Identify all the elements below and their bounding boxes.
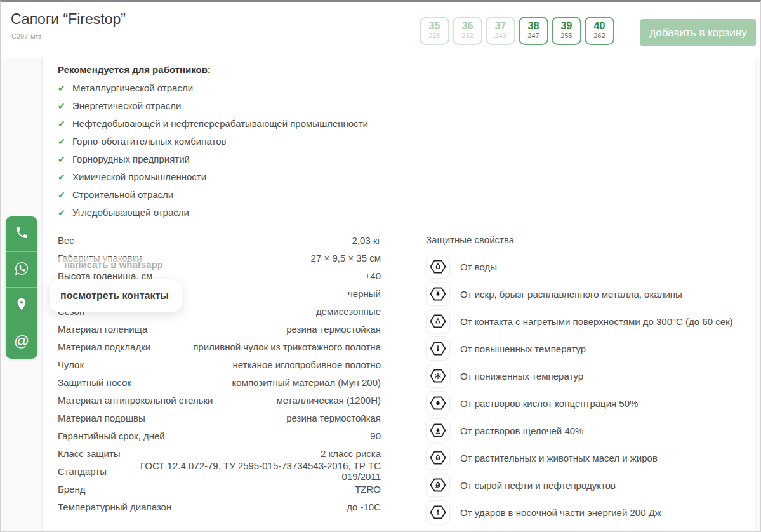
- recommendation-item: Нефтедобывающей и нефтеперерабатывающей …: [58, 115, 368, 133]
- recommendation-label: Горнорудных предприятий: [72, 154, 190, 164]
- check-icon: [58, 115, 72, 133]
- spec-label: Стандарты: [58, 466, 107, 477]
- protection-item: От растительных и животных масел и жиров: [426, 446, 759, 470]
- size-number: 35: [421, 20, 448, 32]
- check-icon: [58, 168, 72, 186]
- protection-label: От сырой нефти и нефтепродуктов: [460, 480, 616, 491]
- recommendation-label: Химической промышленности: [72, 171, 206, 182]
- check-icon: [58, 133, 72, 150]
- size-length-mm: 247: [520, 32, 547, 40]
- spec-row: Гарантийный срок, дней 90: [58, 427, 381, 444]
- protection-item: От пониженных температур: [426, 364, 759, 388]
- spec-row: Класс защиты 2 класс риска: [58, 444, 381, 462]
- spec-row: Вес 2,03 кг: [58, 231, 381, 249]
- protection-item: От сырой нефти и нефтепродуктов: [426, 473, 759, 497]
- spec-row: Температурный диапазон до -10C: [58, 498, 381, 515]
- size-option[interactable]: 38 247: [519, 17, 548, 45]
- location-pin-icon: [15, 296, 29, 314]
- recommendations-heading: Рекомендуется для работников:: [58, 62, 368, 78]
- size-option[interactable]: 35 225: [420, 17, 449, 45]
- spec-label: Вес: [58, 235, 74, 246]
- spec-row: Защитный носок композитный материал (Мун…: [58, 373, 381, 391]
- protection-item: От воды: [426, 255, 759, 279]
- alkali-hexagon-icon: [426, 418, 450, 442]
- spec-value: ±40: [365, 270, 381, 281]
- recommendation-label: Металлургической отрасли: [72, 83, 193, 93]
- spec-label: Защитный носок: [58, 377, 131, 388]
- protection-label: От повышенных температур: [460, 343, 586, 354]
- spec-value: TZRO: [355, 484, 381, 495]
- recommendation-label: Строительной отрасли: [72, 189, 173, 200]
- spec-label: Гарантийный срок, дней: [58, 430, 165, 441]
- protection-label: От пониженных температур: [460, 371, 583, 382]
- check-icon: [58, 150, 72, 168]
- protection-label: От воды: [460, 262, 497, 272]
- spec-label: Температурный диапазон: [58, 502, 171, 512]
- check-icon: [58, 186, 72, 204]
- impact-hexagon-icon: [426, 500, 450, 524]
- low-temp-hexagon-icon: [426, 364, 450, 388]
- spec-label: Чулок: [58, 359, 84, 370]
- size-selector: 35 225 36 232 37 240 38 247: [420, 17, 614, 45]
- sidebar-item-phone[interactable]: [6, 216, 37, 252]
- at-sign-icon: @: [14, 333, 29, 349]
- page-title: Сапоги “Firestop”: [11, 11, 126, 28]
- spec-label: Материал голенища: [58, 324, 147, 335]
- add-to-cart-button[interactable]: добавить в корзину: [640, 19, 756, 46]
- size-number: 38: [520, 20, 547, 32]
- protection-section: Защитные свойства От воды От искр, брызг…: [426, 231, 759, 528]
- sidebar-item-whatsapp[interactable]: [6, 252, 37, 288]
- contact-sidebar: @: [6, 216, 37, 359]
- size-length-mm: 232: [454, 32, 481, 40]
- size-length-mm: 255: [553, 32, 580, 40]
- protection-label: От растительных и животных масел и жиров: [460, 453, 658, 463]
- petroleum-hexagon-icon: [426, 473, 450, 497]
- protection-label: От искр, брызг расплавленного металла, о…: [460, 289, 682, 300]
- spec-row: Материал голенища резина термостойкая: [58, 320, 381, 338]
- water-hexagon-icon: [426, 255, 450, 279]
- check-icon: [58, 79, 72, 97]
- contacts-tooltip[interactable]: посмотреть контакты: [49, 279, 182, 312]
- spec-value: черный: [348, 288, 381, 299]
- recommendation-label: Нефтедобывающей и нефтеперерабатывающей …: [72, 118, 368, 129]
- spec-row: Материал подошвы резина термостойкая: [58, 409, 381, 427]
- spec-value: 2 класс риска: [321, 448, 381, 459]
- spec-row: Материал подкладки приливной чулок из тр…: [58, 338, 381, 356]
- whatsapp-tooltip: написать в whatsapp: [51, 257, 176, 272]
- hot-surface-hexagon-icon: [426, 309, 450, 333]
- size-option[interactable]: 36 232: [453, 17, 482, 45]
- product-header: Сапоги “Firestop” С397-мтз 35 225 36 232…: [1, 2, 760, 57]
- protection-heading: Защитные свойства: [426, 231, 759, 249]
- spec-label: Материал антипрокольной стельки: [58, 395, 213, 406]
- sidebar-item-contacts[interactable]: [6, 288, 37, 323]
- size-number: 39: [553, 20, 580, 32]
- whatsapp-icon: [13, 260, 30, 279]
- oils-hexagon-icon: [426, 446, 450, 470]
- size-option[interactable]: 39 255: [552, 17, 581, 45]
- size-number: 40: [586, 20, 613, 32]
- recommendation-item: Химической промышленности: [58, 168, 368, 186]
- spec-value: композитный материал (Мун 200): [232, 377, 381, 388]
- sidebar-item-email[interactable]: @: [6, 323, 37, 359]
- recommendation-label: Угледобывающей отрасли: [72, 207, 189, 218]
- recommendation-item: Угледобывающей отрасли: [58, 204, 368, 222]
- spec-row: Материал антипрокольной стельки металлич…: [58, 391, 381, 409]
- size-length-mm: 225: [421, 32, 448, 40]
- protection-label: От растворов щелочей 40%: [460, 425, 583, 436]
- molten-metal-hexagon-icon: [426, 282, 450, 306]
- protection-label: От контакта с нагретыми поверхностями до…: [460, 316, 733, 327]
- protection-item: От повышенных температур: [426, 336, 759, 361]
- protection-item: От искр, брызг расплавленного металла, о…: [426, 282, 759, 306]
- spec-value: приливной чулок из трикотажного полотна: [193, 342, 381, 352]
- size-option[interactable]: 37 240: [486, 17, 515, 45]
- acid-hexagon-icon: [426, 391, 450, 415]
- recommendation-item: Металлургической отрасли: [58, 79, 368, 97]
- protection-label: От растворов кислот концентрация 50%: [460, 398, 638, 409]
- recommendation-item: Горнорудных предприятий: [58, 150, 368, 168]
- spec-label: Материал подошвы: [58, 413, 145, 423]
- spec-value: нетканое иглопробивное полотно: [232, 359, 381, 370]
- spec-value: до -10C: [347, 502, 381, 512]
- spec-row: Стандарты ГОСТ 12.4.072-79, ТУ 2595-015-…: [58, 462, 381, 480]
- size-option[interactable]: 40 262: [585, 17, 614, 45]
- protection-item: От ударов в носочной части энергией 200 …: [426, 500, 759, 524]
